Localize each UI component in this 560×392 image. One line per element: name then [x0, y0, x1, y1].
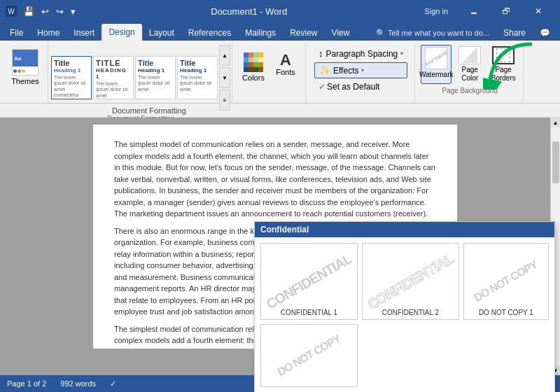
- style-more-button[interactable]: ≡: [219, 90, 230, 111]
- ribbon: Aa Themes Title Heading 1 The lorem ipsu…: [0, 41, 560, 104]
- tab-layout[interactable]: Layout: [142, 25, 181, 41]
- tab-insert[interactable]: Insert: [66, 25, 102, 41]
- close-button[interactable]: ✕: [522, 0, 554, 22]
- qat-dropdown-button[interactable]: ▾: [69, 5, 78, 18]
- signin-button[interactable]: Sign in: [420, 6, 452, 17]
- dontcopy2-text: DO NOT COPY: [275, 332, 342, 379]
- undo-qat-button[interactable]: ↩: [39, 5, 51, 18]
- tab-home[interactable]: Home: [30, 25, 66, 41]
- themes-icon: Aa: [12, 49, 38, 76]
- set-as-default-button[interactable]: ✓ Set as Default: [314, 80, 407, 94]
- tab-view[interactable]: View: [325, 25, 357, 41]
- tab-file[interactable]: File: [3, 25, 30, 41]
- effects-button[interactable]: ✨ Effects ▾: [314, 62, 407, 78]
- colors-swatch: [244, 52, 263, 72]
- title-bar-left: W 💾 ↩ ↪ ▾: [6, 5, 78, 18]
- doc-formatting-group: Title Heading 1 The lorem ipsum dolor si…: [50, 43, 232, 103]
- paragraph-spacing-label: Paragraph Spacing: [326, 49, 398, 59]
- page-color-icon: [458, 46, 481, 64]
- save-qat-button[interactable]: 💾: [21, 5, 36, 18]
- page-background-group: DRAFTDRAFT Watermark PageColor PageBorde…: [416, 43, 524, 103]
- colors-label: Colors: [242, 74, 265, 82]
- paragraph-spacing-button[interactable]: ↕ Paragraph Spacing ▾: [314, 46, 407, 61]
- conf1-label: CONFIDENTIAL 1: [281, 309, 337, 316]
- set-as-label: Set as Default: [327, 82, 379, 92]
- scrollbar-thumb[interactable]: [552, 141, 559, 183]
- page-borders-label: PageBorders: [491, 66, 516, 83]
- main-area: The simplest model of communication reli…: [0, 118, 560, 375]
- style-item-1[interactable]: Title Heading 1 The lorem ipsum dolor si…: [51, 56, 92, 99]
- tab-design[interactable]: Design: [102, 24, 141, 41]
- window-title: Document1 - Word: [78, 6, 420, 17]
- tab-references[interactable]: References: [181, 25, 238, 41]
- para-effects-group: ↕ Paragraph Spacing ▾ ✨ Effects ▾ ✓ Set …: [307, 43, 415, 103]
- dontcopy1-label: DO NOT COPY 1: [479, 309, 533, 316]
- comments-button[interactable]: 💬: [533, 25, 557, 41]
- word-count: 992 words: [60, 379, 96, 388]
- word-icon: W: [6, 6, 17, 17]
- style-item-3[interactable]: Title Heading 1 The lorem ipsum dolor si…: [135, 56, 176, 99]
- fonts-button[interactable]: A Fonts: [270, 51, 301, 96]
- colors-button[interactable]: Colors: [238, 51, 269, 96]
- fonts-icon: A: [280, 52, 291, 68]
- style-item-2[interactable]: TITLE HEADING 1 The lorem ipsum dolor si…: [93, 56, 134, 99]
- conf2-label: CONFIDENTIAL 2: [382, 309, 439, 316]
- effects-label: Effects: [333, 66, 358, 76]
- share-button[interactable]: Share: [496, 25, 533, 41]
- dontcopy1-text: DO NOT COPY: [472, 258, 540, 304]
- title-bar: W 💾 ↩ ↪ ▾ Document1 - Word Sign in 🗕 🗗 ✕: [0, 0, 560, 22]
- page-info: Page 1 of 2: [7, 379, 46, 388]
- watermark-dropdown-header: Confidential: [255, 222, 554, 237]
- minimize-button[interactable]: 🗕: [458, 0, 490, 22]
- paragraph-spacing-chevron: ▾: [400, 50, 403, 57]
- paragraph-spacing-icon: ↕: [318, 48, 323, 59]
- quick-access-toolbar: 💾 ↩ ↪ ▾: [21, 5, 78, 18]
- watermark-option-conf1[interactable]: CONFIDENTIAL CONFIDENTIAL 1: [260, 243, 358, 320]
- watermark-option-dontcopy2[interactable]: DO NOT COPY: [260, 324, 358, 387]
- page-color-label: PageColor: [461, 66, 478, 83]
- style-scroll-up-button[interactable]: ▲: [219, 45, 230, 66]
- conf1-text: CONFIDENTIAL: [263, 251, 354, 312]
- tab-mailings[interactable]: Mailings: [238, 25, 283, 41]
- watermark-dropdown-panel: Confidential CONFIDENTIAL CONFIDENTIAL 1…: [254, 221, 555, 392]
- style-scroll-down-button[interactable]: ▼: [219, 67, 230, 88]
- style-item-4[interactable]: Title Heading 1 The lorem ipsum dolor si…: [177, 56, 218, 99]
- watermark-option-dontcopy1[interactable]: DO NOT COPY DO NOT COPY 1: [463, 243, 549, 320]
- watermark-grid: CONFIDENTIAL CONFIDENTIAL 1 CONFIDENTIAL…: [255, 237, 554, 392]
- page-borders-icon: [492, 46, 514, 64]
- doc-paragraph-1: The simplest model of communication reli…: [114, 139, 436, 220]
- para-effects-content: ↕ Paragraph Spacing ▾ ✨ Effects ▾ ✓ Set …: [312, 45, 410, 95]
- page-color-button[interactable]: PageColor: [454, 45, 485, 84]
- restore-button[interactable]: 🗗: [490, 0, 522, 22]
- effects-icon: ✨: [319, 65, 330, 76]
- fonts-label: Fonts: [276, 68, 295, 76]
- page-borders-button[interactable]: PageBorders: [488, 45, 519, 84]
- themes-label: Themes: [11, 77, 39, 85]
- ribbon-tab-bar: File Home Insert Design Layout Reference…: [0, 22, 560, 41]
- themes-button[interactable]: Aa Themes: [7, 45, 43, 90]
- colors-fonts-content: Colors A Fonts: [238, 45, 301, 102]
- themes-group: Aa Themes: [3, 43, 48, 103]
- tab-review[interactable]: Review: [283, 25, 324, 41]
- page-background-buttons: DRAFTDRAFT Watermark PageColor PageBorde…: [421, 45, 519, 84]
- watermark-label: Watermark: [419, 71, 454, 79]
- window-controls: 🗕 🗗 ✕: [458, 0, 554, 22]
- spell-check: ✓: [110, 379, 116, 388]
- watermark-button[interactable]: DRAFTDRAFT Watermark: [421, 45, 451, 84]
- page-background-label: Page Background: [442, 85, 498, 94]
- watermark-icon: DRAFTDRAFT: [425, 47, 447, 69]
- conf2-text: CONFIDENTIAL: [365, 251, 456, 312]
- tell-me-button[interactable]: 🔍 Tell me what you want to do...: [369, 25, 496, 41]
- title-bar-right: Sign in 🗕 🗗 ✕: [420, 0, 554, 22]
- redo-qat-button[interactable]: ↪: [54, 5, 66, 18]
- style-items-container: Title Heading 1 The lorem ipsum dolor si…: [51, 45, 230, 111]
- colors-fonts-group: Colors A Fonts: [234, 43, 306, 103]
- scrollbar-up-arrow[interactable]: ▲: [551, 118, 561, 127]
- effects-chevron: ▾: [361, 67, 364, 74]
- watermark-option-conf2[interactable]: CONFIDENTIAL CONFIDENTIAL 2: [362, 243, 459, 320]
